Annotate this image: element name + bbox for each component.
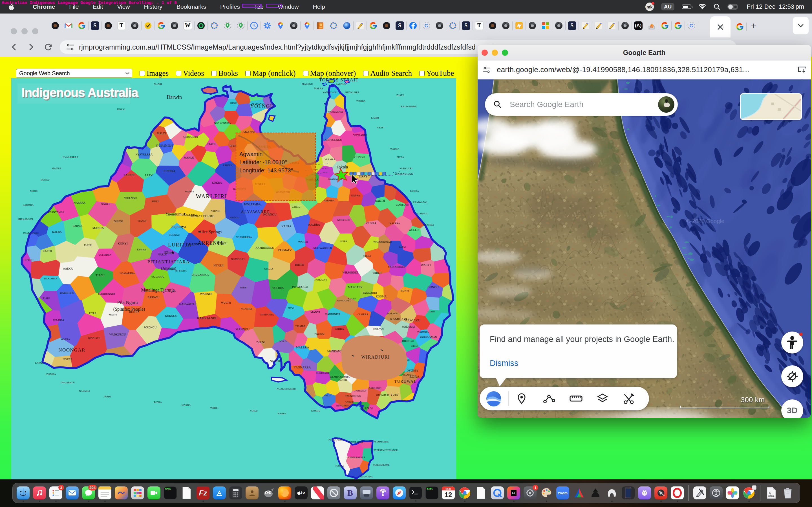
svg-text:GUGRA: GUGRA xyxy=(264,267,273,270)
svg-text:BUNURONG: BUNURONG xyxy=(336,404,351,407)
svg-text:TYERREMOTEPANNER: TYERREMOTEPANNER xyxy=(373,449,398,452)
svg-text:WARNARNDI: WARNARNDI xyxy=(327,110,343,113)
svg-text:Sydney: Sydney xyxy=(407,368,418,372)
svg-text:WADBA: WADBA xyxy=(53,318,64,322)
svg-text:NYAYI: NYAYI xyxy=(377,126,384,129)
svg-text:JARGU: JARGU xyxy=(292,205,301,208)
svg-text:WARYI: WARYI xyxy=(421,263,431,267)
svg-text:BIDNGU: BIDNGU xyxy=(230,216,240,219)
svg-text:JARTJI: JARTJI xyxy=(84,244,91,246)
svg-text:MANLU: MANLU xyxy=(184,156,194,159)
svg-text:TURUWAL: TURUWAL xyxy=(395,379,417,384)
svg-text:© 2025 Google: © 2025 Google xyxy=(686,218,724,224)
svg-text:KOOMA: KOOMA xyxy=(376,295,387,298)
svg-text:Agwamin: Agwamin xyxy=(239,151,262,157)
svg-text:BIDGARRA: BIDGARRA xyxy=(44,277,57,280)
svg-text:BUNNGU: BUNNGU xyxy=(169,233,180,236)
svg-text:KOKGU: KOKGU xyxy=(311,409,320,412)
svg-text:Papunya: Papunya xyxy=(171,224,186,229)
svg-text:YANNARBA: YANNARBA xyxy=(294,365,311,369)
svg-text:MALYI: MALYI xyxy=(109,313,117,316)
svg-text:BUNGU: BUNGU xyxy=(41,178,50,181)
svg-text:KAMWADYI: KAMWADYI xyxy=(413,201,427,204)
svg-text:DHUARRTJI: DHUARRTJI xyxy=(61,381,74,384)
svg-text:NUENONNE: NUENONNE xyxy=(360,475,373,478)
svg-text:G: G xyxy=(424,23,428,29)
svg-text:WULNGU: WULNGU xyxy=(124,196,137,200)
svg-text:MANNGU: MANNGU xyxy=(236,328,250,331)
svg-text:KURBA: KURBA xyxy=(410,189,419,192)
svg-text:PITRA: PITRA xyxy=(89,312,97,315)
svg-text:WARLPIRI: WARLPIRI xyxy=(196,193,227,200)
svg-text:BARMBA: BARMBA xyxy=(323,199,335,202)
svg-text:GARWADTJI: GARWADTJI xyxy=(179,302,197,305)
svg-text:KAMBUNNGU: KAMBUNNGU xyxy=(255,246,274,249)
svg-text:BIDDJATJI: BIDDJATJI xyxy=(88,337,100,340)
svg-text:YULYIDRA: YULYIDRA xyxy=(98,253,112,256)
svg-text:WADKURGU: WADKURGU xyxy=(109,333,126,336)
svg-text:KALWIRMBA: KALWIRMBA xyxy=(401,105,417,108)
svg-text:WIRDI: WIRDI xyxy=(411,344,418,347)
svg-text:DJATJI: DJATJI xyxy=(396,94,404,97)
svg-text:WULNGU: WULNGU xyxy=(373,327,384,330)
svg-text:YANNARDI: YANNARDI xyxy=(362,291,377,294)
svg-text:PITYIDBA: PITYIDBA xyxy=(175,269,187,272)
svg-text:BARPITTJI: BARPITTJI xyxy=(60,291,74,294)
svg-text:LARGU: LARGU xyxy=(35,361,44,364)
svg-text:KALBA: KALBA xyxy=(351,194,360,197)
svg-text:KAMKALNDI: KAMKALNDI xyxy=(197,316,216,320)
svg-text:NYAARRRRA: NYAARRRRA xyxy=(63,156,79,159)
svg-text:JARKALYI: JARKALYI xyxy=(314,278,326,281)
svg-text:BIDRI: BIDRI xyxy=(231,102,238,105)
svg-text:NGATJI: NGATJI xyxy=(63,358,72,361)
svg-text:NGAERINGBERI: NGAERINGBERI xyxy=(276,387,296,390)
svg-text:BARLARYI: BARLARYI xyxy=(368,387,382,390)
svg-text:WADTJI: WADTJI xyxy=(375,199,385,202)
svg-text:MIRDI: MIRDI xyxy=(30,189,38,192)
svg-text:DHUDI: DHUDI xyxy=(114,220,123,223)
svg-text:Pila Ngaru: Pila Ngaru xyxy=(117,300,138,305)
svg-text:WARNDI: WARNDI xyxy=(200,292,212,295)
svg-text:KURRRA: KURRRA xyxy=(163,170,175,173)
svg-text:WADTJI: WADTJI xyxy=(185,190,194,193)
svg-text:KALRRA: KALRRA xyxy=(308,223,320,226)
svg-text:GUGRRA: GUGRRA xyxy=(357,313,368,316)
svg-text:YANMANRI: YANMANRI xyxy=(396,204,409,207)
svg-text:DEC: DEC xyxy=(446,488,451,490)
svg-text:KULIN: KULIN xyxy=(348,297,356,300)
svg-text:MANTJI: MANTJI xyxy=(52,167,61,170)
svg-text:YULRRA: YULRRA xyxy=(272,286,284,290)
svg-text:KURYULRI: KURYULRI xyxy=(400,167,412,170)
svg-text:BIDBA: BIDBA xyxy=(154,401,162,404)
svg-text:GUNARRNDI: GUNARRNDI xyxy=(388,265,405,269)
svg-text:ANMATYERRE: ANMATYERRE xyxy=(190,214,214,218)
svg-text:KALRA: KALRA xyxy=(282,225,292,228)
svg-text:LARNYAMBA: LARNYAMBA xyxy=(48,211,64,214)
svg-text:NGAKURRRA: NGAKURRRA xyxy=(236,236,252,238)
svg-text:GUNRI: GUNRI xyxy=(339,379,347,381)
svg-text:KALRI: KALRI xyxy=(371,116,379,119)
svg-text:WIRRA: WIRRA xyxy=(335,327,344,330)
svg-text:TOMMEGINNE: TOMMEGINNE xyxy=(348,441,364,444)
svg-text:WADNGU: WADNGU xyxy=(144,326,157,329)
svg-text:BARKINDJI: BARKINDJI xyxy=(325,313,340,316)
svg-text:PAREDARERME: PAREDARERME xyxy=(373,464,390,466)
svg-text:NYAYULRRA: NYAYULRRA xyxy=(136,153,153,156)
svg-text:YIDNGU: YIDNGU xyxy=(354,156,365,159)
svg-text:NARMBA: NARMBA xyxy=(79,390,90,392)
svg-text:KURBA: KURBA xyxy=(137,248,146,251)
svg-text:WARBA: WARBA xyxy=(277,412,287,415)
svg-text:PITJANTJATJARA: PITJANTJATJARA xyxy=(147,260,190,264)
svg-text:LARNDI: LARNDI xyxy=(124,173,135,177)
svg-text:WADDHUNGU: WADDHUNGU xyxy=(373,240,392,243)
svg-text:12: 12 xyxy=(445,491,452,499)
svg-text:DHUNDI: DHUNDI xyxy=(314,333,324,336)
svg-text:BARNGU: BARNGU xyxy=(147,296,160,299)
svg-text:WARYI: WARYI xyxy=(210,406,218,409)
svg-text:KOKBA: KOKBA xyxy=(212,181,222,184)
svg-text:DJABUNNGU: DJABUNNGU xyxy=(23,232,39,235)
svg-text:NARYI: NARYI xyxy=(101,202,109,205)
svg-text:WIRGU: WIRGU xyxy=(345,401,354,404)
svg-text:G: G xyxy=(689,23,693,29)
svg-text:TJAGU: TJAGU xyxy=(96,274,105,277)
